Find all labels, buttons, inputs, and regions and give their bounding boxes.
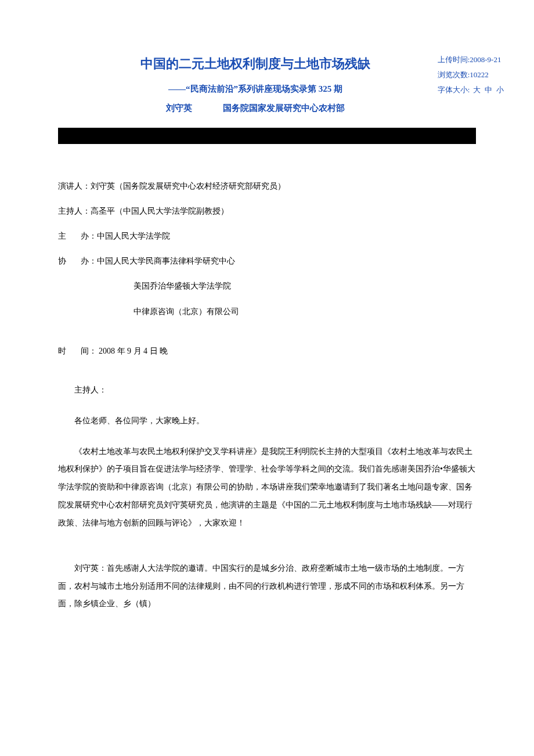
organizer-label2: 办： xyxy=(81,232,97,240)
font-size-row: 字体大小: 大 中 小 xyxy=(438,82,505,98)
black-bar xyxy=(58,128,476,144)
organizer-line: 主 办：中国人民大学法学院 xyxy=(58,229,476,243)
time-value: 2008 年 9 月 4 日 晚 xyxy=(97,347,168,355)
upload-time-value: 2008-9-21 xyxy=(470,55,501,64)
upload-time-row: 上传时间:2008-9-21 xyxy=(438,52,505,67)
info-section: 演讲人：刘守英（国务院发展研究中心农村经济研究部研究员） 主持人：高圣平（中国人… xyxy=(58,179,476,359)
host-label: 主持人： xyxy=(58,207,91,215)
font-size-medium-link[interactable]: 中 xyxy=(485,85,492,94)
header-area: 上传时间:2008-9-21 浏览次数:10222 字体大小: 大 中 小 中国… xyxy=(58,52,476,116)
meta-info: 上传时间:2008-9-21 浏览次数:10222 字体大小: 大 中 小 xyxy=(438,52,505,98)
content-section: 主持人： 各位老师、各位同学，大家晚上好。 《农村土地改革与农民土地权利保护交叉… xyxy=(58,381,476,613)
body-p3: 《农村土地改革与农民土地权利保护交叉学科讲座》是我院王利明院长主持的大型项目《农… xyxy=(58,443,476,532)
upload-time-label: 上传时间: xyxy=(438,55,470,64)
time-label2: 间： xyxy=(81,347,97,355)
co-organizer-label: 协 xyxy=(58,257,66,265)
co-organizer-value: 中国人民大学民商事法律科学研究中心 xyxy=(97,257,235,265)
speaker-line: 演讲人：刘守英（国务院发展研究中心农村经济研究部研究员） xyxy=(58,179,476,193)
organizer-label: 主 xyxy=(58,232,66,240)
views-value: 10222 xyxy=(470,70,489,79)
author-line: 刘守英 国务院国家发展研究中心农村部 xyxy=(58,100,453,116)
views-row: 浏览次数:10222 xyxy=(438,67,505,82)
time-label: 时 xyxy=(58,347,66,355)
main-title: 中国的二元土地权利制度与土地市场残缺 xyxy=(58,52,453,75)
subtitle: ——“民商法前沿”系列讲座现场实录第 325 期 xyxy=(58,81,453,97)
font-size-label: 字体大小: xyxy=(438,85,470,94)
body-p1: 主持人： xyxy=(58,381,476,399)
organizer-value: 中国人民大学法学院 xyxy=(97,232,170,240)
co-organizer-label2: 办： xyxy=(81,257,97,265)
time-line: 时 间： 2008 年 9 月 4 日 晚 xyxy=(58,344,476,358)
speaker-label: 演讲人： xyxy=(58,182,91,190)
host-line: 主持人：高圣平（中国人民大学法学院副教授） xyxy=(58,204,476,218)
co-organizer-line: 协 办：中国人民大学民商事法律科学研究中心 xyxy=(58,254,476,268)
co-organizer-value2: 美国乔治华盛顿大学法学院 xyxy=(58,279,476,293)
views-label: 浏览次数: xyxy=(438,70,470,79)
author-name: 刘守英 xyxy=(166,100,192,116)
co-organizer-value3: 中律原咨询（北京）有限公司 xyxy=(58,304,476,319)
host-value: 高圣平（中国人民大学法学院副教授） xyxy=(91,207,229,215)
speaker-value: 刘守英（国务院发展研究中心农村经济研究部研究员） xyxy=(91,182,286,190)
author-affiliation: 国务院国家发展研究中心农村部 xyxy=(223,103,345,113)
body-p4: 刘守英：首先感谢人大法学院的邀请。中国实行的是城乡分治、政府垄断城市土地一级市场… xyxy=(58,560,476,613)
title-block: 中国的二元土地权利制度与土地市场残缺 ——“民商法前沿”系列讲座现场实录第 32… xyxy=(58,52,476,116)
body-p2: 各位老师、各位同学，大家晚上好。 xyxy=(58,412,476,430)
font-size-small-link[interactable]: 小 xyxy=(496,85,504,94)
font-size-large-link[interactable]: 大 xyxy=(473,85,481,94)
